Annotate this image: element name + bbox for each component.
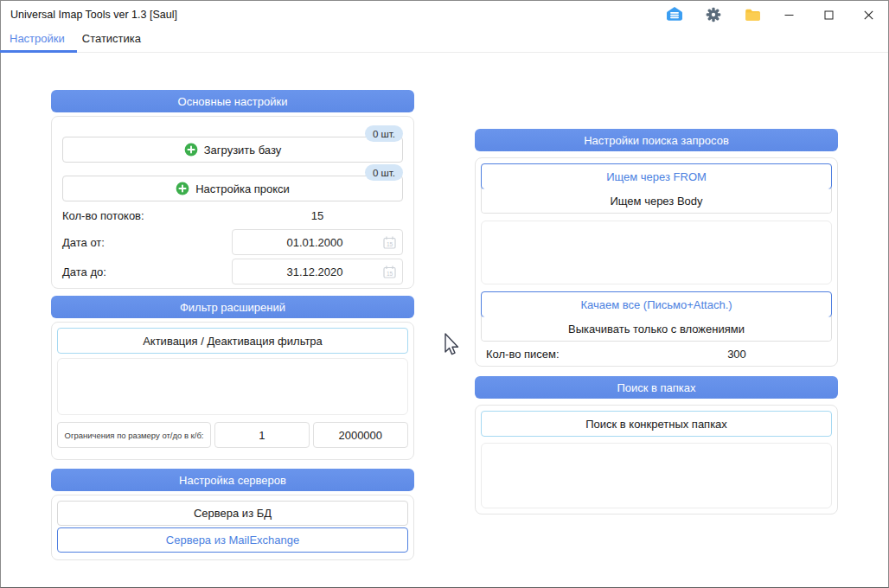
- search-body-button[interactable]: Ищем через Body: [482, 189, 831, 213]
- size-max-input[interactable]: 2000000: [313, 422, 408, 448]
- plus-icon: [184, 143, 198, 157]
- window-title: Universal Imap Tools ver 1.3 [Saul]: [10, 9, 177, 21]
- filter-toggle-button[interactable]: Активация / Деактивация фильтра: [57, 328, 408, 354]
- plus-icon: [176, 182, 189, 195]
- tab-settings[interactable]: Настройки: [1, 32, 74, 52]
- specific-folders-button[interactable]: Поиск в конкретных папках: [481, 411, 832, 437]
- search-settings-header: Настройки поиска запросов: [475, 129, 838, 151]
- mouse-cursor: [443, 332, 460, 361]
- attachments-only-button[interactable]: Выкачивать только с вложениями: [482, 316, 831, 341]
- folder-icon[interactable]: [743, 5, 762, 24]
- threads-value[interactable]: 15: [232, 209, 403, 222]
- title-bar: Universal Imap Tools ver 1.3 [Saul]: [1, 1, 888, 29]
- filter-header: Фильтр расширений: [51, 296, 414, 318]
- search-queries-list[interactable]: [481, 220, 832, 284]
- date-to-label: Дата до:: [62, 265, 232, 278]
- extensions-list[interactable]: [57, 358, 408, 415]
- tab-statistics[interactable]: Статистика: [74, 32, 150, 52]
- search-from-button[interactable]: Ищем через FROM: [481, 163, 832, 189]
- base-count-badge: 0 шт.: [365, 125, 403, 142]
- database-icon[interactable]: [665, 5, 684, 24]
- main-settings-card: 0 шт. Загрузить базу 0 шт. Настройка про…: [51, 116, 414, 289]
- download-all-button[interactable]: Качаем все (Письмо+Attach.): [481, 291, 832, 317]
- date-from-label: Дата от:: [62, 236, 232, 249]
- folders-card: Поиск в конкретных папках: [475, 405, 838, 514]
- maximize-button[interactable]: [809, 1, 848, 29]
- filter-card: Активация / Деактивация фильтра Ограниче…: [51, 322, 414, 460]
- app-window: Universal Imap Tools ver 1.3 [Saul]: [0, 0, 889, 588]
- calendar-icon[interactable]: 15: [376, 230, 402, 254]
- size-limits-label: Ограничения по размеру от/до в к/б:: [57, 422, 211, 448]
- servers-mailexchange-button[interactable]: Сервера из MailExchange: [57, 527, 408, 553]
- date-from-input[interactable]: 01.01.2000 15: [232, 229, 403, 255]
- left-column: Основные настройки 0 шт. Загрузить базу …: [51, 90, 414, 560]
- date-to-input[interactable]: 31.12.2020 15: [232, 259, 403, 284]
- size-min-input[interactable]: 1: [214, 422, 309, 448]
- servers-header: Настройка серверов: [51, 469, 414, 491]
- calendar-icon[interactable]: 15: [376, 259, 402, 284]
- main-settings-header: Основные настройки: [51, 90, 414, 112]
- search-settings-card: Ищем через FROM Ищем через Body Качаем в…: [475, 157, 838, 367]
- letters-count-label: Кол-во писем:: [486, 348, 642, 361]
- servers-from-db-button[interactable]: Сервера из БД: [57, 501, 408, 526]
- tab-bar: Настройки Статистика: [1, 29, 888, 53]
- letters-count-value[interactable]: 300: [642, 348, 832, 361]
- folders-header: Поиск в папках: [475, 376, 838, 399]
- minimize-button[interactable]: [769, 1, 809, 29]
- threads-label: Кол-во потоков:: [62, 209, 232, 222]
- gear-icon[interactable]: [704, 5, 723, 24]
- download-mode-group: Качаем все (Письмо+Attach.) Выкачивать т…: [481, 291, 832, 342]
- svg-text:15: 15: [386, 270, 393, 276]
- right-column: Настройки поиска запросов Ищем через FRO…: [475, 129, 838, 514]
- search-mode-group: Ищем через FROM Ищем через Body: [481, 163, 832, 214]
- folders-list[interactable]: [481, 443, 832, 508]
- close-button[interactable]: [848, 1, 888, 29]
- servers-card: Сервера из БД Сервера из MailExchange: [51, 495, 414, 560]
- svg-text:15: 15: [386, 240, 393, 246]
- proxy-count-badge: 0 шт.: [365, 164, 403, 181]
